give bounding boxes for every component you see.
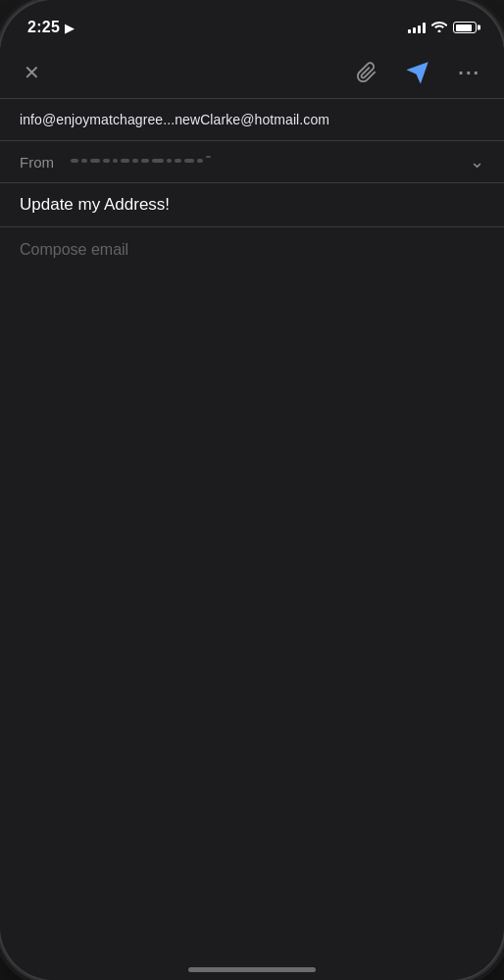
svg-rect-13 <box>184 159 194 163</box>
location-arrow-icon: ▶ <box>65 22 74 35</box>
phone-screen: 2:25 ▶ <box>0 0 504 980</box>
send-button[interactable] <box>403 58 432 87</box>
svg-rect-15 <box>206 156 211 158</box>
signal-icon <box>408 22 426 33</box>
phone-frame: 2:25 ▶ <box>0 0 504 980</box>
svg-marker-1 <box>409 64 427 81</box>
attachment-button[interactable] <box>352 58 381 87</box>
compose-area[interactable]: Compose email <box>0 227 504 980</box>
recipients-row[interactable]: info@enjoymatchagree...newClarke@hotmail… <box>0 99 504 141</box>
time-text: 2:25 <box>27 19 60 35</box>
svg-rect-5 <box>103 159 110 163</box>
email-toolbar: ✕ ··· <box>0 47 504 99</box>
from-address <box>71 152 462 172</box>
svg-rect-2 <box>71 159 78 163</box>
from-address-obfuscated <box>71 152 247 170</box>
subject-text: Update my Address! <box>20 195 170 214</box>
from-row[interactable]: From <box>0 141 504 183</box>
svg-rect-3 <box>81 159 87 163</box>
status-icons <box>408 21 477 35</box>
recipients-text: info@enjoymatchagree...newClarke@hotmail… <box>20 112 329 127</box>
svg-rect-8 <box>132 159 138 163</box>
svg-rect-14 <box>197 159 203 163</box>
svg-rect-4 <box>90 159 100 163</box>
svg-rect-9 <box>141 159 149 163</box>
from-label: From <box>20 154 59 171</box>
notch <box>174 0 330 29</box>
screen-content: 2:25 ▶ <box>0 0 504 980</box>
subject-row[interactable]: Update my Address! <box>0 183 504 227</box>
home-indicator <box>188 967 316 972</box>
status-time: 2:25 ▶ <box>27 19 74 36</box>
svg-rect-6 <box>113 159 118 163</box>
svg-rect-10 <box>152 159 164 163</box>
svg-rect-11 <box>167 159 172 163</box>
compose-placeholder: Compose email <box>20 241 128 258</box>
svg-rect-7 <box>121 159 129 163</box>
wifi-icon <box>431 21 447 35</box>
toolbar-left: ✕ <box>20 57 44 88</box>
more-options-button[interactable]: ··· <box>454 58 484 88</box>
chevron-down-icon[interactable]: ⌄ <box>470 151 484 172</box>
toolbar-right: ··· <box>352 58 484 88</box>
svg-rect-12 <box>175 159 181 163</box>
battery-icon <box>453 22 477 33</box>
close-button[interactable]: ✕ <box>20 57 44 88</box>
